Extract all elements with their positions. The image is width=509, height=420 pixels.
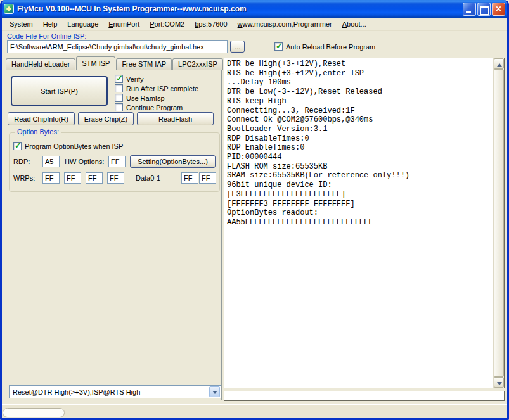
- tab-lpc2xxxisp[interactable]: LPC2xxxISP: [172, 58, 223, 70]
- continue-program-label: Continue Program: [126, 104, 183, 111]
- wrp0-input[interactable]: [42, 172, 60, 184]
- run-after-isp-checkbox[interactable]: Run After ISP complete: [115, 84, 198, 92]
- menu-bar: System Help Language EnumPort Port:COM2 …: [2, 18, 507, 31]
- menu-item-system[interactable]: System: [4, 18, 38, 30]
- app-window: FlyMcu V0.100--MCU In System Programmer-…: [0, 0, 509, 420]
- checkbox-icon: [13, 142, 22, 150]
- code-file-label: Code File For Online ISP:: [7, 32, 86, 40]
- data01-label: Data0-1: [136, 174, 160, 182]
- run-after-isp-label: Run After ISP complete: [126, 85, 198, 92]
- close-button[interactable]: [492, 3, 505, 16]
- chevron-down-icon: [212, 391, 217, 397]
- data1-input[interactable]: [199, 172, 216, 184]
- continue-program-checkbox[interactable]: Continue Program: [115, 103, 198, 111]
- scroll-down-button[interactable]: [494, 377, 504, 388]
- minimize-button[interactable]: [463, 3, 476, 16]
- window-title: FlyMcu V0.100--MCU In System Programmer-…: [17, 4, 247, 13]
- auto-reload-checkbox[interactable]: Auto Reload Before Program: [274, 42, 375, 51]
- erase-chip-button[interactable]: Erase Chip(Z): [78, 112, 134, 125]
- reset-mode-combobox[interactable]: Reset@DTR High(>+3V),ISP@RTS High: [9, 385, 221, 398]
- menu-item-enumport[interactable]: EnumPort: [103, 18, 145, 30]
- scroll-up-button[interactable]: [494, 58, 504, 69]
- use-ramisp-checkbox[interactable]: Use RamIsp: [115, 94, 198, 102]
- checkbox-icon: [115, 75, 123, 83]
- menu-item-language[interactable]: Language: [62, 18, 103, 30]
- file-path-input[interactable]: [7, 40, 228, 53]
- output-log-text: DTR be High(+3-+12V),Reset RTS be High(+…: [227, 60, 491, 386]
- reset-mode-value: Reset@DTR High(>+3V),ISP@RTS High: [10, 388, 209, 396]
- maximize-button[interactable]: [477, 3, 491, 16]
- app-icon: [4, 4, 14, 14]
- verify-label: Verify: [126, 75, 144, 83]
- readflash-button[interactable]: ReadFlash: [137, 112, 214, 125]
- option-bytes-legend: Option Bytes:: [15, 128, 61, 136]
- scroll-thumb[interactable]: [494, 69, 504, 377]
- menu-item-about[interactable]: About...: [337, 18, 371, 30]
- program-optionbytes-label: Program OptionBytes when ISP: [25, 143, 123, 150]
- output-log[interactable]: DTR be High(+3-+12V),Reset RTS be High(+…: [224, 58, 505, 388]
- checkbox-icon: [115, 84, 123, 92]
- menu-item-bps[interactable]: bps:57600: [190, 18, 232, 30]
- wrp1-input[interactable]: [64, 172, 81, 184]
- arrow-up-icon: [497, 61, 502, 67]
- read-chipinfo-button[interactable]: Read ChipInfo(R): [8, 112, 75, 125]
- data0-input[interactable]: [181, 172, 198, 184]
- tab-handheld-eloader[interactable]: HandHeld eLoader: [6, 58, 75, 70]
- hw-options-input[interactable]: [108, 156, 126, 167]
- title-bar: FlyMcu V0.100--MCU In System Programmer-…: [0, 0, 509, 18]
- checkbox-icon: [115, 103, 123, 111]
- checkbox-icon: [115, 94, 123, 102]
- hw-options-label: HW Options:: [65, 158, 104, 165]
- browse-button[interactable]: ...: [230, 41, 245, 53]
- status-bar: [0, 404, 509, 420]
- rdp-label: RDP:: [13, 158, 30, 165]
- wrp2-input[interactable]: [86, 172, 103, 184]
- combo-dropdown-button[interactable]: [209, 386, 220, 397]
- stm-isp-panel: Start ISP(P) Verify Run After ISP comple…: [6, 70, 222, 400]
- wrp3-input[interactable]: [107, 172, 124, 184]
- auto-reload-label: Auto Reload Before Program: [286, 43, 375, 51]
- verify-checkbox[interactable]: Verify: [115, 75, 198, 83]
- window-controls: [463, 3, 505, 16]
- menu-item-programmer[interactable]: www.mcuisp.com,Programmer: [233, 18, 337, 30]
- mini-output-box[interactable]: [224, 391, 505, 401]
- setting-optionbytes-button[interactable]: Setting(OptionBytes...): [130, 155, 216, 168]
- progress-bar: [3, 408, 65, 417]
- option-bytes-group: Option Bytes: Program OptionBytes when I…: [9, 132, 220, 192]
- menu-item-port[interactable]: Port:COM2: [145, 18, 190, 30]
- menu-item-help[interactable]: Help: [38, 18, 63, 30]
- arrow-down-icon: [497, 382, 502, 388]
- rdp-input[interactable]: [42, 156, 60, 167]
- vertical-scrollbar[interactable]: [493, 58, 504, 388]
- wrps-label: WRPs:: [13, 174, 35, 182]
- tab-free-stm-iap[interactable]: Free STM IAP: [116, 58, 172, 70]
- start-isp-button[interactable]: Start ISP(P): [11, 76, 108, 106]
- tab-bar: HandHeld eLoader STM ISP Free STM IAP LP…: [6, 56, 224, 70]
- use-ramisp-label: Use RamIsp: [126, 94, 165, 102]
- program-optionbytes-checkbox[interactable]: Program OptionBytes when ISP: [13, 142, 123, 150]
- tab-stm-isp[interactable]: STM ISP: [76, 56, 115, 70]
- checkbox-icon: [274, 42, 283, 51]
- isp-option-list: Verify Run After ISP complete Use RamIsp…: [115, 75, 198, 111]
